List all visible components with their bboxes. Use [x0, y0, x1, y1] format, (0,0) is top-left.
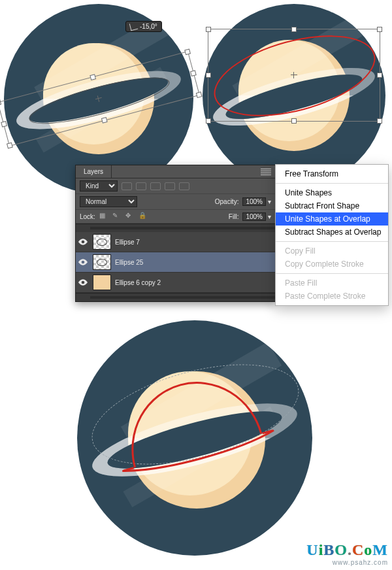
- menu-subtract-front-shape[interactable]: Subtract Front Shape: [276, 199, 388, 212]
- transform-bounding-box[interactable]: [208, 29, 380, 122]
- menu-copy-complete-stroke: Copy Complete Stroke: [276, 258, 388, 271]
- transform-center-icon[interactable]: [291, 72, 297, 78]
- blend-mode-select[interactable]: Normal: [80, 196, 137, 207]
- blend-opacity-row: Normal Opacity: 100% ▾: [76, 194, 275, 210]
- layer-item[interactable]: Ellipse 7: [76, 232, 275, 252]
- menu-copy-fill: Copy Fill: [276, 244, 388, 258]
- angle-icon: [129, 22, 138, 31]
- menu-subtract-shapes-at-overlap[interactable]: Subtract Shapes at Overlap: [276, 226, 388, 239]
- visibility-eye-icon[interactable]: [76, 279, 90, 286]
- menu-separator: [276, 241, 388, 242]
- filter-pixel-icon[interactable]: [122, 182, 132, 190]
- layer-list: Ellipse 7 Ellipse 25 Ellipse 6 copy 2: [76, 224, 275, 301]
- layer-list-top-scroll[interactable]: [76, 224, 275, 232]
- fill-value[interactable]: 100%: [242, 212, 266, 221]
- tab-layers[interactable]: Layers: [76, 165, 112, 178]
- tutorial-image: -15,0°: [0, 0, 392, 570]
- lock-transparent-icon[interactable]: ▦: [99, 212, 108, 221]
- lock-label: Lock:: [80, 213, 95, 220]
- filter-type-icon[interactable]: [150, 182, 161, 190]
- handle-tr[interactable]: [184, 48, 191, 55]
- watermark-logo: UiBO.CoM: [306, 541, 388, 559]
- lock-fill-row: Lock: ▦ ✎ ✥ 🔒 Fill: 100% ▾: [76, 210, 275, 224]
- menu-unite-shapes-at-overlap[interactable]: Unite Shapes at Overlap: [276, 212, 388, 226]
- handle-br[interactable]: [377, 118, 382, 124]
- handle-tl[interactable]: [0, 99, 1, 106]
- filter-smart-icon[interactable]: [179, 182, 189, 190]
- layer-thumb[interactable]: [93, 254, 111, 270]
- menu-separator: [276, 273, 388, 274]
- chevron-down-icon[interactable]: ▾: [268, 198, 271, 205]
- menu-unite-shapes[interactable]: Unite Shapes: [276, 186, 388, 199]
- transform-center-icon[interactable]: [95, 95, 103, 103]
- opacity-control[interactable]: 100% ▾: [242, 197, 271, 206]
- panel-menu-icon[interactable]: [261, 167, 271, 177]
- handle-mr[interactable]: [377, 73, 382, 78]
- layer-name[interactable]: Ellipse 25: [114, 259, 275, 266]
- handle-ml[interactable]: [206, 73, 211, 78]
- menu-paste-complete-stroke: Paste Complete Stroke: [276, 290, 388, 303]
- fill-control[interactable]: 100% ▾: [242, 212, 271, 221]
- layer-thumb[interactable]: [93, 234, 111, 250]
- opacity-label: Opacity:: [215, 198, 239, 205]
- handle-tc[interactable]: [291, 27, 297, 32]
- handle-ml[interactable]: [1, 121, 7, 127]
- handle-tr[interactable]: [377, 27, 382, 32]
- filter-adjust-icon[interactable]: [136, 182, 146, 190]
- saturn-stage-2: [203, 4, 385, 187]
- visibility-eye-icon[interactable]: [76, 239, 90, 245]
- handle-bc[interactable]: [291, 118, 297, 124]
- handle-tl[interactable]: [206, 27, 211, 32]
- layer-item[interactable]: Ellipse 25: [76, 252, 275, 273]
- menu-free-transform[interactable]: Free Transform: [276, 167, 388, 180]
- handle-mr[interactable]: [190, 70, 197, 76]
- watermark: UiBO.CoM www.psahz.com: [306, 541, 388, 566]
- lock-all-icon[interactable]: 🔒: [139, 212, 148, 221]
- lock-pixels-icon[interactable]: ✎: [112, 212, 122, 221]
- layer-name[interactable]: Ellipse 7: [114, 239, 275, 246]
- chevron-down-icon[interactable]: ▾: [268, 213, 271, 220]
- visibility-eye-icon[interactable]: [76, 259, 90, 265]
- filter-shape-icon[interactable]: [165, 182, 175, 190]
- handle-br[interactable]: [196, 92, 203, 98]
- watermark-sub: www.psahz.com: [306, 559, 388, 566]
- result-red-path[interactable]: [77, 320, 312, 556]
- handle-tc[interactable]: [90, 74, 96, 80]
- path-context-menu[interactable]: Free Transform Unite Shapes Subtract Fro…: [275, 164, 389, 306]
- rotation-angle-value: -15,0°: [140, 23, 157, 30]
- layers-panel[interactable]: Layers Kind Normal Opacity: 100% ▾: [75, 165, 276, 302]
- saturn-stage-3: [77, 320, 312, 556]
- panel-tabs: Layers: [76, 165, 275, 178]
- layer-filter-row: Kind: [76, 178, 275, 194]
- layer-name[interactable]: Ellipse 6 copy 2: [114, 279, 275, 286]
- handle-bl[interactable]: [206, 118, 211, 124]
- layer-item[interactable]: Ellipse 6 copy 2: [76, 273, 275, 293]
- layer-thumb[interactable]: [93, 275, 111, 290]
- layer-list-bottom-scroll[interactable]: [76, 293, 275, 301]
- menu-paste-fill: Paste Fill: [276, 277, 388, 290]
- handle-bl[interactable]: [7, 142, 13, 149]
- opacity-value[interactable]: 100%: [242, 197, 266, 206]
- kind-filter-select[interactable]: Kind: [80, 180, 118, 192]
- rotation-angle-tooltip: -15,0°: [125, 21, 162, 32]
- menu-separator: [276, 183, 388, 184]
- lock-position-icon[interactable]: ✥: [125, 212, 135, 221]
- fill-label: Fill:: [229, 213, 239, 220]
